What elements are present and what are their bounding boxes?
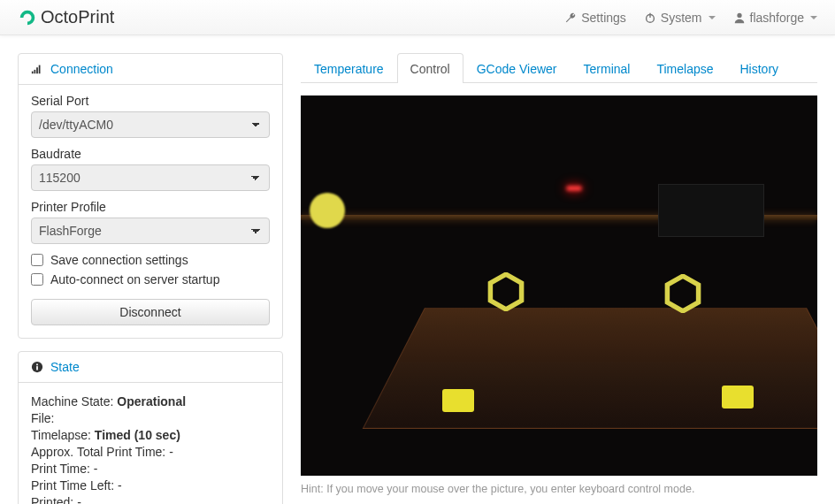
tab-history[interactable]: History	[727, 53, 793, 83]
tab-gcode-viewer[interactable]: GCode Viewer	[463, 53, 571, 83]
autoconnect-input[interactable]	[31, 273, 43, 286]
state-title[interactable]: State	[50, 360, 80, 374]
navbar: OctoPrint Settings System flashforge	[0, 0, 835, 35]
sidebar: Connection Serial Port /dev/ttyACM0 Baud…	[18, 53, 283, 504]
printer-profile-label: Printer Profile	[31, 200, 270, 214]
chevron-down-icon	[810, 16, 817, 19]
printed-line: Printed: -	[31, 495, 270, 504]
print-time-left-line: Print Time Left: -	[31, 478, 270, 493]
disconnect-button[interactable]: Disconnect	[31, 299, 270, 325]
tab-terminal[interactable]: Terminal	[571, 53, 644, 83]
save-connection-checkbox[interactable]: Save connection settings	[31, 253, 270, 267]
brand-text: OctoPrint	[41, 7, 114, 27]
connection-panel-body: Serial Port /dev/ttyACM0 Baudrate 115200…	[19, 85, 282, 338]
main: Temperature Control GCode Viewer Termina…	[301, 53, 817, 504]
page: Connection Serial Port /dev/ttyACM0 Baud…	[0, 35, 835, 504]
tab-timelapse[interactable]: Timelapse	[643, 53, 726, 83]
svg-rect-3	[32, 72, 34, 74]
autoconnect-checkbox[interactable]: Auto-connect on server startup	[31, 272, 270, 286]
autoconnect-label: Auto-connect on server startup	[50, 272, 219, 286]
connection-title[interactable]: Connection	[50, 62, 113, 76]
svg-rect-8	[36, 366, 38, 370]
nav-system-label: System	[661, 11, 702, 25]
file-line: File:	[31, 411, 270, 425]
state-panel-body: Machine State: Operational File: Timelap…	[19, 383, 282, 504]
nav-settings[interactable]: Settings	[564, 11, 626, 25]
save-connection-input[interactable]	[31, 254, 43, 266]
tab-temperature[interactable]: Temperature	[301, 53, 397, 83]
tab-control[interactable]: Control	[397, 53, 463, 83]
timelapse-line: Timelapse: Timed (10 sec)	[31, 428, 270, 442]
svg-rect-9	[36, 364, 38, 366]
tab-content-control: Hint: If you move your mouse over the pi…	[301, 83, 817, 495]
nav-settings-label: Settings	[581, 11, 626, 25]
wrench-icon	[564, 11, 577, 24]
approx-time-line: Approx. Total Print Time: -	[31, 445, 270, 459]
svg-rect-4	[34, 70, 36, 73]
brand[interactable]: OctoPrint	[18, 7, 114, 27]
nav-user[interactable]: flashforge	[733, 11, 817, 25]
power-icon	[644, 11, 656, 24]
svg-point-2	[737, 12, 741, 17]
svg-marker-10	[490, 274, 521, 309]
state-panel-heading[interactable]: State	[19, 352, 282, 383]
machine-state-line: Machine State: Operational	[31, 394, 270, 409]
svg-rect-5	[36, 67, 38, 73]
nav-user-label: flashforge	[750, 11, 804, 25]
state-panel: State Machine State: Operational File: T…	[18, 351, 283, 504]
tabs: Temperature Control GCode Viewer Termina…	[301, 53, 817, 83]
user-icon	[733, 11, 746, 24]
svg-rect-6	[39, 65, 41, 74]
signal-icon	[31, 63, 43, 75]
baudrate-select[interactable]: 115200	[31, 164, 270, 191]
print-time-line: Print Time: -	[31, 462, 270, 476]
webcam-stream[interactable]	[301, 95, 817, 476]
svg-marker-11	[667, 276, 698, 311]
webcam-hint: Hint: If you move your mouse over the pi…	[301, 483, 817, 495]
nav-right: Settings System flashforge	[564, 11, 817, 25]
printer-profile-select[interactable]: FlashForge	[31, 218, 270, 244]
baudrate-label: Baudrate	[31, 147, 270, 161]
serial-port-label: Serial Port	[31, 94, 270, 108]
nav-system[interactable]: System	[644, 11, 716, 25]
connection-panel: Connection Serial Port /dev/ttyACM0 Baud…	[18, 53, 283, 339]
info-icon	[31, 361, 43, 373]
serial-port-select[interactable]: /dev/ttyACM0	[31, 111, 270, 138]
chevron-down-icon	[709, 16, 716, 19]
octoprint-logo-icon	[18, 8, 37, 27]
connection-panel-heading[interactable]: Connection	[19, 54, 282, 85]
save-connection-label: Save connection settings	[50, 253, 188, 267]
